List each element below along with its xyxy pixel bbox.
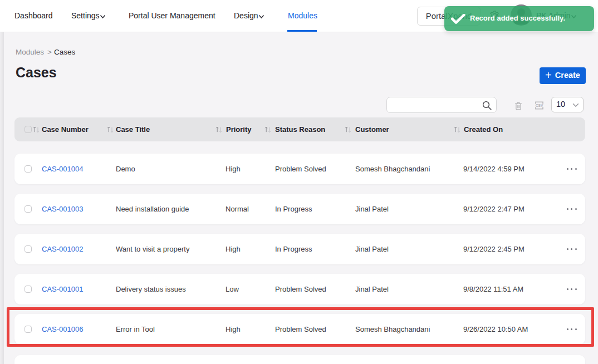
- svg-text:CSV: CSV: [536, 104, 543, 107]
